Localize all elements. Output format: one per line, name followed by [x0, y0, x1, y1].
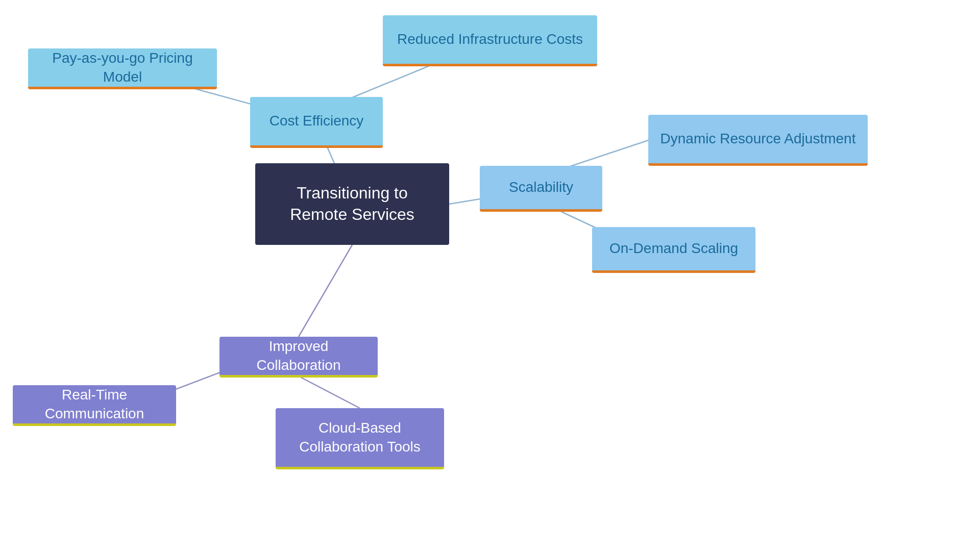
svg-line-8 [301, 378, 360, 408]
svg-line-6 [299, 245, 352, 337]
reduced-infrastructure-label: Reduced Infrastructure Costs [397, 30, 583, 48]
dynamic-resource-node: Dynamic Resource Adjustment [648, 115, 868, 166]
scalability-node: Scalability [480, 166, 602, 212]
pay-pricing-label: Pay-as-you-go Pricing Model [39, 49, 206, 86]
realtime-communication-label: Real-Time Communication [24, 386, 165, 423]
ondemand-scaling-node: On-Demand Scaling [592, 227, 755, 273]
pay-pricing-node: Pay-as-you-go Pricing Model [28, 48, 217, 89]
dynamic-resource-label: Dynamic Resource Adjustment [660, 130, 856, 148]
cloud-collaboration-label: Cloud-Based Collaboration Tools [287, 419, 433, 456]
improved-collaboration-label: Improved Collaboration [231, 337, 366, 374]
improved-collaboration-node: Improved Collaboration [219, 337, 378, 378]
scalability-label: Scalability [509, 178, 573, 196]
reduced-infrastructure-node: Reduced Infrastructure Costs [383, 15, 597, 66]
cost-efficiency-label: Cost Efficiency [270, 112, 364, 130]
cloud-collaboration-node: Cloud-Based Collaboration Tools [276, 408, 444, 469]
center-label: Transitioning to Remote Services [266, 183, 438, 225]
realtime-communication-node: Real-Time Communication [13, 385, 176, 426]
ondemand-scaling-label: On-Demand Scaling [609, 239, 738, 258]
center-node: Transitioning to Remote Services [255, 163, 449, 245]
cost-efficiency-node: Cost Efficiency [250, 97, 383, 148]
